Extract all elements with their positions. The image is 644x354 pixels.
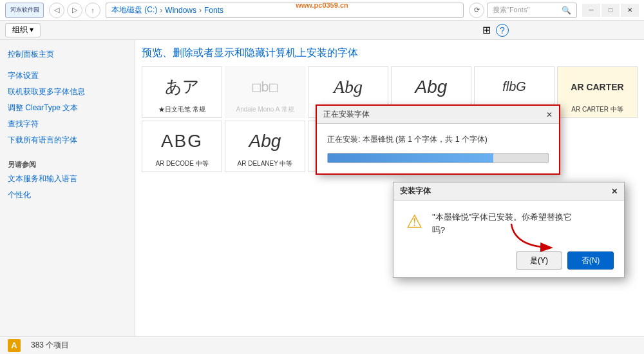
search-placeholder: 搜索"Fonts"	[493, 5, 529, 15]
address-bar[interactable]: 本地磁盘 (C:) › Windows › Fonts	[106, 3, 464, 18]
confirm-line1: "本墨锋悦"字体已安装。你希望替换它	[432, 212, 572, 222]
sidebar-item-font-settings[interactable]: 字体设置	[0, 68, 135, 84]
toolbar: 组织 ▾ ⊞ ?	[0, 21, 644, 40]
sidebar-also-label: 另请参阅	[0, 159, 135, 171]
progress-bar-container	[327, 153, 549, 163]
window-controls: ─ □ ✕	[582, 4, 639, 17]
sidebar-item-home[interactable]: 控制面板主页	[0, 46, 135, 63]
content-area: 预览、删除或者显示和隐藏计算机上安装的字体 あア ★日文毛笔 常规 □b□ An…	[135, 40, 644, 336]
sidebar-item-cleartype[interactable]: 调整 ClearType 文本	[0, 100, 135, 116]
install-dialog-close[interactable]: ✕	[546, 110, 553, 119]
maximize-button[interactable]: □	[601, 4, 620, 17]
warn-icon: ⚠	[404, 211, 424, 231]
confirm-text: "本墨锋悦"字体已安装。你希望替换它 吗?	[432, 211, 572, 236]
confirm-dialog-title: 安装字体 ✕	[393, 182, 624, 201]
close-button[interactable]: ✕	[621, 4, 639, 17]
sidebar-item-find-char[interactable]: 查找字符	[0, 116, 135, 132]
path-part-3: Fonts	[204, 6, 223, 15]
status-font-icon: A	[8, 339, 21, 352]
path-part-1: 本地磁盘 (C:)	[111, 5, 157, 15]
search-icon: 🔍	[562, 6, 571, 15]
confirm-dialog: 安装字体 ✕ ⚠ "本墨锋悦"字体已安装。你希望替换它 吗?	[393, 182, 625, 278]
status-count: 383 个项目	[31, 340, 69, 351]
forward-button[interactable]: ▷	[67, 3, 82, 18]
address-path: 本地磁盘 (C:) › Windows › Fonts	[111, 5, 223, 15]
back-icon: ◁	[54, 6, 59, 14]
sidebar-item-personalize[interactable]: 个性化	[0, 187, 135, 203]
confirm-line2: 吗?	[432, 225, 445, 235]
install-dialog-title: 正在安装字体 ✕	[317, 106, 559, 124]
sidebar: 控制面板主页 字体设置 联机获取更多字体信息 调整 ClearType 文本 查…	[0, 40, 135, 336]
installing-text: 正在安装: 本墨锋悦 (第 1 个字体，共 1 个字体)	[327, 134, 549, 145]
progress-bar-fill	[328, 153, 493, 162]
title-bar: 河东软件园 ◁ ▷ ↑ 本地磁盘 (C:) › Windows › Fonts …	[0, 0, 644, 21]
organize-button[interactable]: 组织 ▾	[5, 23, 41, 37]
sidebar-item-download-lang[interactable]: 下载所有语言的字体	[0, 132, 135, 148]
help-icon[interactable]: ?	[496, 24, 509, 37]
status-bar: A 383 个项目	[0, 336, 644, 354]
confirm-title-text: 安装字体	[400, 186, 431, 197]
minimize-button[interactable]: ─	[582, 4, 600, 17]
no-button[interactable]: 否(N)	[567, 251, 614, 270]
install-dialog: 正在安装字体 ✕ 正在安装: 本墨锋悦 (第 1 个字体，共 1 个字体)	[316, 104, 560, 175]
view-icon[interactable]: ⊞	[482, 24, 491, 36]
refresh-button[interactable]: ⟳	[469, 3, 484, 18]
path-part-2: Windows	[165, 6, 196, 15]
sep-2: ›	[199, 6, 202, 15]
yes-button[interactable]: 是(Y)	[516, 251, 562, 270]
logo-text: 河东软件园	[10, 6, 39, 14]
main-layout: 控制面板主页 字体设置 联机获取更多字体信息 调整 ClearType 文本 查…	[0, 40, 644, 336]
install-dialog-body: 正在安装: 本墨锋悦 (第 1 个字体，共 1 个字体)	[317, 124, 559, 173]
install-dialog-title-text: 正在安装字体	[323, 109, 370, 120]
sep-1: ›	[160, 6, 162, 15]
up-button[interactable]: ↑	[85, 3, 100, 18]
confirm-close-icon[interactable]: ✕	[611, 187, 618, 196]
watermark: www.pc0359.cn	[296, 1, 348, 9]
up-icon: ↑	[91, 6, 95, 14]
app-logo: 河东软件园	[5, 3, 44, 18]
back-button[interactable]: ◁	[49, 3, 64, 18]
sidebar-item-more-fonts[interactable]: 联机获取更多字体信息	[0, 84, 135, 100]
search-bar[interactable]: 搜索"Fonts" 🔍	[487, 3, 577, 18]
forward-icon: ▷	[72, 6, 77, 14]
sidebar-item-text-services[interactable]: 文本服务和输入语言	[0, 171, 135, 187]
confirm-dialog-footer: 是(Y) 否(N)	[393, 246, 624, 277]
refresh-icon: ⟳	[474, 6, 480, 14]
dialog-overlay: 正在安装字体 ✕ 正在安装: 本墨锋悦 (第 1 个字体，共 1 个字体) 安装…	[135, 40, 644, 336]
confirm-dialog-body: ⚠ "本墨锋悦"字体已安装。你希望替换它 吗?	[393, 201, 624, 246]
